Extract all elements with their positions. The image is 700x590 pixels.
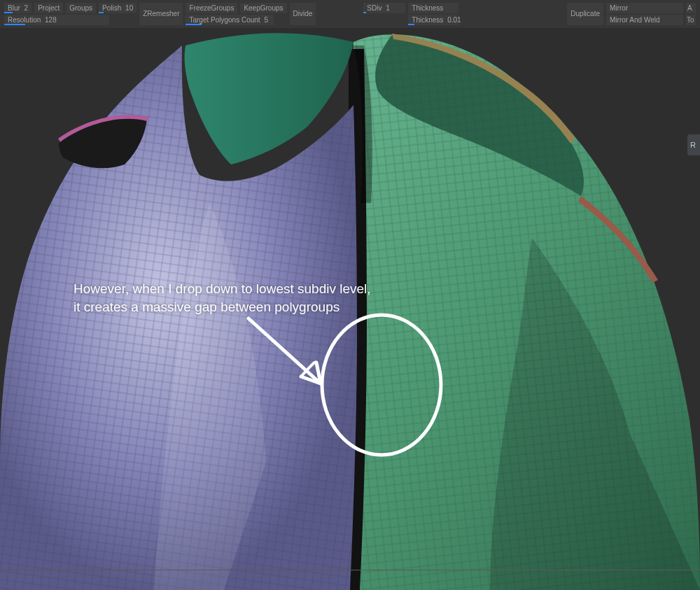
keepgroups-button[interactable]: KeepGroups (240, 3, 286, 13)
groups-button[interactable]: Groups (66, 3, 96, 13)
resolution-label: Resolution (8, 16, 41, 24)
tool-group-zremesher: ZRemesher (139, 3, 183, 25)
mesh-render (0, 28, 700, 590)
sdiv-slider[interactable]: SDiv 1 (363, 3, 405, 13)
tool-group-remesh-opts: FreezeGroups KeepGroups Target Polygons … (186, 3, 286, 25)
right-side-button-label: R (690, 141, 696, 149)
tool-group-sdiv: SDiv 1 (363, 3, 405, 13)
thickness-slabel: Thickness (412, 16, 443, 24)
divide-button[interactable]: Divide (290, 3, 316, 25)
resolution-value: 128 (45, 16, 57, 24)
project-button[interactable]: Project (34, 3, 63, 13)
target-polygons-slider[interactable]: Target Polygons Count 5 (186, 15, 274, 25)
blur-label: Blur (8, 4, 20, 12)
duplicate-button[interactable]: Duplicate (567, 3, 603, 25)
polish-label: Polish (102, 4, 121, 12)
freezegroups-button[interactable]: FreezeGroups (186, 3, 237, 13)
axis-a-button[interactable]: A (686, 3, 696, 13)
thickness-slider[interactable]: Thickness 0.01 (408, 15, 458, 25)
right-side-button[interactable]: R (687, 134, 700, 155)
mirror-and-weld-button[interactable]: Mirror And Weld (606, 15, 683, 25)
tool-group-deform: Blur 2 Project Groups Polish 10 Resoluti… (4, 3, 136, 25)
mirror-button[interactable]: Mirror (606, 3, 683, 13)
thickness-value: 0.01 (447, 16, 461, 24)
tool-group-thickness: Thickness Thickness 0.01 (408, 3, 458, 25)
tool-group-mirror: Mirror Mirror And Weld (606, 3, 683, 25)
sdiv-label: SDiv (367, 4, 382, 12)
bottom-divider (0, 570, 700, 570)
polish-value: 10 (125, 4, 133, 12)
polish-slider[interactable]: Polish 10 (99, 3, 136, 13)
target-value: 5 (264, 16, 268, 24)
viewport-3d[interactable]: However, when I drop down to lowest subd… (0, 28, 700, 590)
axis-to-button[interactable]: To (686, 15, 696, 25)
zremesher-button[interactable]: ZRemesher (139, 3, 183, 25)
tool-group-divide: Divide (290, 3, 316, 25)
top-toolbar: Blur 2 Project Groups Polish 10 Resoluti… (0, 0, 700, 28)
target-label: Target Polygons Count (189, 16, 260, 24)
blur-value: 2 (24, 4, 29, 12)
tool-group-axis: A To (686, 3, 696, 25)
blur-slider[interactable]: Blur 2 (4, 3, 31, 13)
resolution-slider[interactable]: Resolution 128 (4, 15, 109, 25)
tool-group-duplicate: Duplicate (567, 3, 603, 25)
thickness-label-button[interactable]: Thickness (408, 3, 458, 13)
sdiv-value: 1 (386, 4, 390, 12)
